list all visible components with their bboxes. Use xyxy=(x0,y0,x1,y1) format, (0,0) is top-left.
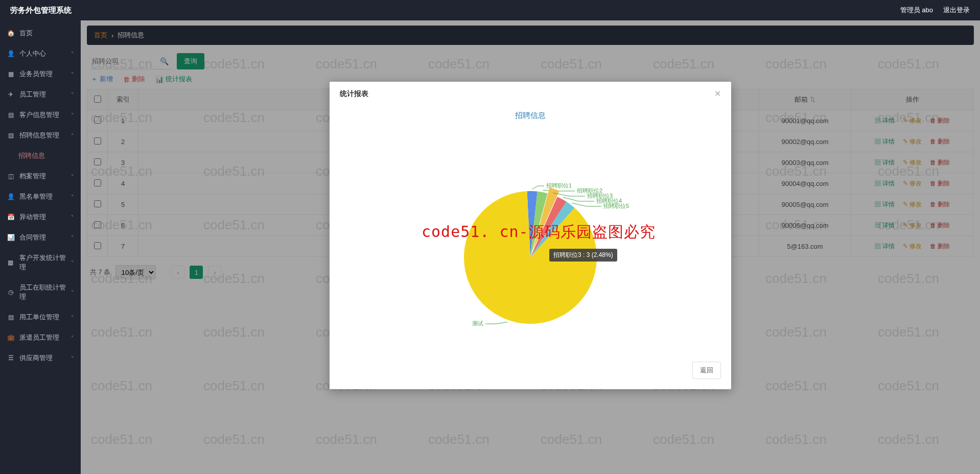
chevron-down-icon: ˅ xyxy=(71,215,74,220)
pie-label-4: 招聘职位5 xyxy=(603,203,629,209)
chevron-down-icon: ˅ xyxy=(71,51,74,57)
cal-icon: 📅 xyxy=(7,214,14,221)
chevron-down-icon: ˅ xyxy=(71,335,74,341)
sidebar-item-3[interactable]: ✈员工管理˅ xyxy=(0,84,81,105)
sidebar-item-label: 招聘信息 xyxy=(18,151,45,160)
sidebar-item-label: 员工管理 xyxy=(19,90,46,99)
case-icon: 💼 xyxy=(7,334,14,341)
chevron-down-icon: ˅ xyxy=(71,72,74,77)
sidebar-item-label: 档案管理 xyxy=(19,172,46,181)
chevron-down-icon: ˅ xyxy=(71,315,74,320)
sidebar-item-7[interactable]: ◫档案管理˅ xyxy=(0,166,81,186)
sidebar-item-9[interactable]: 📅异动管理˅ xyxy=(0,207,81,227)
sidebar-item-14[interactable]: 💼派遣员工管理˅ xyxy=(0,327,81,348)
sidebar-item-4[interactable]: ▤客户信息管理˅ xyxy=(0,105,81,125)
sidebar-item-2[interactable]: ▦业务员管理˅ xyxy=(0,64,81,84)
home-icon: 🏠 xyxy=(7,30,14,37)
sidebar-item-15[interactable]: ☰供应商管理˅ xyxy=(0,348,81,368)
sidebar-item-12[interactable]: ◷员工在职统计管理˅ xyxy=(0,277,81,307)
sidebar-item-10[interactable]: 📊合同管理˅ xyxy=(0,227,81,248)
sidebar-item-13[interactable]: ▤用工单位管理˅ xyxy=(0,307,81,327)
sidebar-item-label: 派遣员工管理 xyxy=(19,333,59,342)
topbar: 劳务外包管理系统 管理员 abo 退出登录 xyxy=(0,0,980,20)
sidebar-item-0[interactable]: 🏠首页 xyxy=(0,23,81,43)
chevron-down-icon: ˅ xyxy=(71,194,74,200)
sidebar-item-label: 客户信息管理 xyxy=(19,110,59,120)
chevron-down-icon: ˅ xyxy=(71,356,74,361)
doc-icon: ▤ xyxy=(7,132,14,139)
user-icon: 👤 xyxy=(7,50,14,57)
user-icon: 👤 xyxy=(7,193,14,200)
clock-icon: ◷ xyxy=(7,289,14,296)
modal-title: 统计报表 xyxy=(340,89,368,99)
pie-chart: 招聘职位1招聘职位2招聘职位3招聘职位4招聘职位5测试 招聘职位3 : 3 (2… xyxy=(340,125,721,344)
logout-link[interactable]: 退出登录 xyxy=(943,6,970,15)
back-button[interactable]: 返回 xyxy=(692,362,721,379)
chevron-down-icon: ˅ xyxy=(71,235,74,241)
sidebar-item-label: 个人中心 xyxy=(19,49,46,58)
chevron-down-icon: ˅ xyxy=(71,260,74,266)
box-icon: ◫ xyxy=(7,173,14,180)
sidebar-item-1[interactable]: 👤个人中心˅ xyxy=(0,43,81,64)
sidebar-item-label: 合同管理 xyxy=(19,233,46,242)
modal-overlay[interactable]: 统计报表 ✕ 招聘信息 招聘职位1招聘职位2招聘职位3招聘职位4招聘职位5测试 … xyxy=(81,20,980,474)
sidebar-item-label: 黑名单管理 xyxy=(19,192,53,201)
chevron-down-icon: ˅ xyxy=(71,92,74,98)
send-icon: ✈ xyxy=(7,91,14,98)
sidebar-item-label: 供应商管理 xyxy=(19,353,53,363)
chart-icon: 📊 xyxy=(7,234,14,241)
grid-icon: ▦ xyxy=(7,259,14,266)
sidebar-item-label: 用工单位管理 xyxy=(19,313,59,322)
chevron-down-icon: ˅ xyxy=(71,112,74,118)
close-icon[interactable]: ✕ xyxy=(714,89,721,99)
sidebar-item-label: 员工在职统计管理 xyxy=(19,283,71,301)
main: 首页 › 招聘信息 🔍 查询 ＋新增 🗑删除 📊统计报表 索引 xyxy=(81,20,980,474)
sidebar-item-label: 客户开发统计管理 xyxy=(19,253,71,272)
doc-icon: ▤ xyxy=(7,314,14,321)
grid-icon: ▦ xyxy=(7,70,14,78)
adj-icon: ☰ xyxy=(7,354,14,362)
user-label[interactable]: 管理员 abo xyxy=(900,6,933,15)
sidebar-item-6[interactable]: 招聘信息 xyxy=(0,146,81,166)
chevron-down-icon: ˅ xyxy=(71,174,74,179)
chart-tooltip: 招聘职位3 : 3 (2.48%) xyxy=(549,249,617,262)
sidebar-item-label: 异动管理 xyxy=(19,212,46,222)
sidebar-item-11[interactable]: ▦客户开发统计管理˅ xyxy=(0,248,81,277)
doc-icon: ▤ xyxy=(7,111,14,118)
sidebar-item-label: 首页 xyxy=(19,29,33,38)
sidebar-item-label: 业务员管理 xyxy=(19,69,53,79)
sidebar: 🏠首页👤个人中心˅▦业务员管理˅✈员工管理˅▤客户信息管理˅▤招聘信息管理˄招聘… xyxy=(0,20,81,474)
stats-modal: 统计报表 ✕ 招聘信息 招聘职位1招聘职位2招聘职位3招聘职位4招聘职位5测试 … xyxy=(330,82,731,389)
pie-label-5: 测试 xyxy=(472,320,483,326)
sidebar-item-5[interactable]: ▤招聘信息管理˄ xyxy=(0,125,81,146)
chevron-down-icon: ˅ xyxy=(71,290,74,295)
chevron-up-icon: ˄ xyxy=(71,133,74,138)
app-title: 劳务外包管理系统 xyxy=(10,6,72,15)
sidebar-item-label: 招聘信息管理 xyxy=(19,131,59,140)
sidebar-item-8[interactable]: 👤黑名单管理˅ xyxy=(0,186,81,207)
chart-title: 招聘信息 xyxy=(340,111,721,121)
